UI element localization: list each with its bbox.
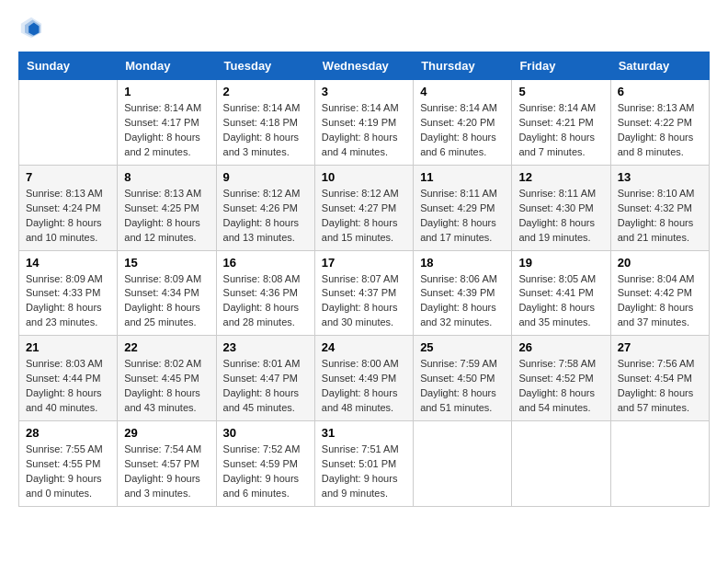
calendar-cell: 24Sunrise: 8:00 AMSunset: 4:49 PMDayligh… bbox=[314, 336, 413, 421]
calendar-cell: 10Sunrise: 8:12 AMSunset: 4:27 PMDayligh… bbox=[314, 165, 413, 250]
day-info: Sunrise: 8:06 AMSunset: 4:39 PMDaylight:… bbox=[420, 272, 505, 331]
calendar-cell bbox=[512, 421, 610, 507]
day-info: Sunrise: 8:14 AMSunset: 4:20 PMDaylight:… bbox=[420, 101, 505, 160]
calendar-cell: 15Sunrise: 8:09 AMSunset: 4:34 PMDayligh… bbox=[118, 250, 216, 336]
day-number: 24 bbox=[322, 340, 406, 354]
day-number: 31 bbox=[322, 426, 406, 440]
day-info: Sunrise: 8:08 AMSunset: 4:36 PMDaylight:… bbox=[223, 272, 308, 331]
calendar-cell: 23Sunrise: 8:01 AMSunset: 4:47 PMDayligh… bbox=[216, 336, 314, 421]
day-info: Sunrise: 8:14 AMSunset: 4:19 PMDaylight:… bbox=[322, 101, 406, 160]
day-number: 25 bbox=[420, 340, 505, 354]
calendar-week-row: 21Sunrise: 8:03 AMSunset: 4:44 PMDayligh… bbox=[19, 336, 710, 421]
day-info: Sunrise: 8:09 AMSunset: 4:34 PMDaylight:… bbox=[124, 272, 209, 331]
day-info: Sunrise: 8:11 AMSunset: 4:30 PMDaylight:… bbox=[518, 187, 603, 246]
day-info: Sunrise: 8:09 AMSunset: 4:33 PMDaylight:… bbox=[26, 272, 110, 331]
calendar-cell: 7Sunrise: 8:13 AMSunset: 4:24 PMDaylight… bbox=[19, 165, 118, 250]
day-number: 29 bbox=[124, 426, 209, 440]
calendar-week-row: 7Sunrise: 8:13 AMSunset: 4:24 PMDaylight… bbox=[19, 165, 710, 250]
col-header-wednesday: Wednesday bbox=[314, 52, 413, 80]
calendar-cell: 30Sunrise: 7:52 AMSunset: 4:59 PMDayligh… bbox=[216, 421, 314, 507]
col-header-saturday: Saturday bbox=[610, 52, 709, 80]
calendar-table: SundayMondayTuesdayWednesdayThursdayFrid… bbox=[18, 52, 710, 507]
day-number: 11 bbox=[420, 170, 505, 184]
day-number: 5 bbox=[518, 85, 603, 98]
calendar-cell: 22Sunrise: 8:02 AMSunset: 4:45 PMDayligh… bbox=[118, 336, 216, 421]
day-number: 21 bbox=[26, 340, 110, 354]
calendar-header-row: SundayMondayTuesdayWednesdayThursdayFrid… bbox=[19, 52, 710, 80]
calendar-cell: 27Sunrise: 7:56 AMSunset: 4:54 PMDayligh… bbox=[610, 336, 709, 421]
calendar-cell: 31Sunrise: 7:51 AMSunset: 5:01 PMDayligh… bbox=[314, 421, 413, 507]
calendar-cell: 12Sunrise: 8:11 AMSunset: 4:30 PMDayligh… bbox=[512, 165, 610, 250]
day-number: 3 bbox=[322, 85, 406, 98]
day-info: Sunrise: 8:05 AMSunset: 4:41 PMDaylight:… bbox=[518, 272, 603, 331]
calendar-cell: 8Sunrise: 8:13 AMSunset: 4:25 PMDaylight… bbox=[118, 165, 216, 250]
day-info: Sunrise: 8:01 AMSunset: 4:47 PMDaylight:… bbox=[223, 357, 308, 416]
day-number: 2 bbox=[223, 85, 308, 98]
calendar-cell bbox=[19, 80, 118, 166]
day-number: 27 bbox=[618, 340, 702, 354]
logo-icon bbox=[18, 15, 44, 40]
calendar-cell: 5Sunrise: 8:14 AMSunset: 4:21 PMDaylight… bbox=[512, 80, 610, 166]
calendar-cell: 29Sunrise: 7:54 AMSunset: 4:57 PMDayligh… bbox=[118, 421, 216, 507]
day-number: 9 bbox=[223, 170, 308, 184]
day-info: Sunrise: 8:07 AMSunset: 4:37 PMDaylight:… bbox=[322, 272, 406, 331]
calendar-cell bbox=[610, 421, 709, 507]
day-info: Sunrise: 8:02 AMSunset: 4:45 PMDaylight:… bbox=[124, 357, 209, 416]
day-number: 10 bbox=[322, 170, 406, 184]
calendar-week-row: 28Sunrise: 7:55 AMSunset: 4:55 PMDayligh… bbox=[19, 421, 710, 507]
day-info: Sunrise: 7:58 AMSunset: 4:52 PMDaylight:… bbox=[518, 357, 603, 416]
day-number: 30 bbox=[223, 426, 308, 440]
day-info: Sunrise: 8:00 AMSunset: 4:49 PMDaylight:… bbox=[322, 357, 406, 416]
calendar-cell: 6Sunrise: 8:13 AMSunset: 4:22 PMDaylight… bbox=[610, 80, 709, 166]
day-info: Sunrise: 7:54 AMSunset: 4:57 PMDaylight:… bbox=[124, 442, 209, 501]
day-info: Sunrise: 8:12 AMSunset: 4:27 PMDaylight:… bbox=[322, 187, 406, 246]
day-info: Sunrise: 8:10 AMSunset: 4:32 PMDaylight:… bbox=[618, 187, 702, 246]
calendar-cell: 2Sunrise: 8:14 AMSunset: 4:18 PMDaylight… bbox=[216, 80, 314, 166]
day-info: Sunrise: 8:04 AMSunset: 4:42 PMDaylight:… bbox=[618, 272, 702, 331]
day-info: Sunrise: 8:14 AMSunset: 4:21 PMDaylight:… bbox=[518, 101, 603, 160]
day-info: Sunrise: 7:59 AMSunset: 4:50 PMDaylight:… bbox=[420, 357, 505, 416]
day-info: Sunrise: 8:13 AMSunset: 4:22 PMDaylight:… bbox=[618, 101, 702, 160]
day-number: 28 bbox=[26, 426, 110, 440]
calendar-cell: 3Sunrise: 8:14 AMSunset: 4:19 PMDaylight… bbox=[314, 80, 413, 166]
day-number: 26 bbox=[518, 340, 603, 354]
calendar-cell: 4Sunrise: 8:14 AMSunset: 4:20 PMDaylight… bbox=[414, 80, 512, 166]
calendar-cell: 1Sunrise: 8:14 AMSunset: 4:17 PMDaylight… bbox=[118, 80, 216, 166]
day-number: 16 bbox=[223, 256, 308, 270]
calendar-cell: 13Sunrise: 8:10 AMSunset: 4:32 PMDayligh… bbox=[610, 165, 709, 250]
day-number: 7 bbox=[26, 170, 110, 184]
calendar-cell: 26Sunrise: 7:58 AMSunset: 4:52 PMDayligh… bbox=[512, 336, 610, 421]
calendar-week-row: 14Sunrise: 8:09 AMSunset: 4:33 PMDayligh… bbox=[19, 250, 710, 336]
col-header-thursday: Thursday bbox=[414, 52, 512, 80]
day-number: 4 bbox=[420, 85, 505, 98]
day-number: 18 bbox=[420, 256, 505, 270]
day-number: 20 bbox=[618, 256, 702, 270]
col-header-monday: Monday bbox=[118, 52, 216, 80]
day-number: 22 bbox=[124, 340, 209, 354]
calendar-cell: 17Sunrise: 8:07 AMSunset: 4:37 PMDayligh… bbox=[314, 250, 413, 336]
day-number: 23 bbox=[223, 340, 308, 354]
day-info: Sunrise: 8:14 AMSunset: 4:17 PMDaylight:… bbox=[124, 101, 209, 160]
day-number: 6 bbox=[618, 85, 702, 98]
day-info: Sunrise: 7:55 AMSunset: 4:55 PMDaylight:… bbox=[26, 442, 110, 501]
day-info: Sunrise: 8:13 AMSunset: 4:25 PMDaylight:… bbox=[124, 187, 209, 246]
day-info: Sunrise: 8:13 AMSunset: 4:24 PMDaylight:… bbox=[26, 187, 110, 246]
logo bbox=[18, 15, 48, 40]
calendar-cell: 14Sunrise: 8:09 AMSunset: 4:33 PMDayligh… bbox=[19, 250, 118, 336]
calendar-cell: 18Sunrise: 8:06 AMSunset: 4:39 PMDayligh… bbox=[414, 250, 512, 336]
day-number: 15 bbox=[124, 256, 209, 270]
day-info: Sunrise: 8:03 AMSunset: 4:44 PMDaylight:… bbox=[26, 357, 110, 416]
day-info: Sunrise: 8:14 AMSunset: 4:18 PMDaylight:… bbox=[223, 101, 308, 160]
calendar-cell: 11Sunrise: 8:11 AMSunset: 4:29 PMDayligh… bbox=[414, 165, 512, 250]
page-header bbox=[18, 15, 710, 40]
calendar-cell: 21Sunrise: 8:03 AMSunset: 4:44 PMDayligh… bbox=[19, 336, 118, 421]
day-number: 1 bbox=[124, 85, 209, 98]
calendar-week-row: 1Sunrise: 8:14 AMSunset: 4:17 PMDaylight… bbox=[19, 80, 710, 166]
calendar-cell: 20Sunrise: 8:04 AMSunset: 4:42 PMDayligh… bbox=[610, 250, 709, 336]
day-number: 13 bbox=[618, 170, 702, 184]
calendar-cell bbox=[414, 421, 512, 507]
day-info: Sunrise: 8:11 AMSunset: 4:29 PMDaylight:… bbox=[420, 187, 505, 246]
day-number: 17 bbox=[322, 256, 406, 270]
calendar-cell: 25Sunrise: 7:59 AMSunset: 4:50 PMDayligh… bbox=[414, 336, 512, 421]
col-header-sunday: Sunday bbox=[19, 52, 118, 80]
